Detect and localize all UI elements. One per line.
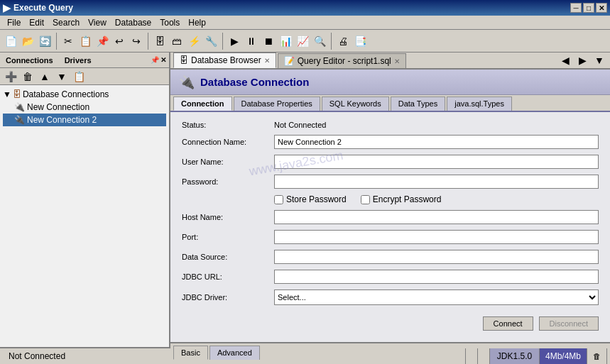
password-input[interactable]: [274, 175, 599, 189]
sep2: [148, 33, 148, 50]
tb-new[interactable]: 📄: [3, 33, 18, 49]
close-panel-button[interactable]: ✕: [160, 56, 166, 64]
db-header-icon: 🔌: [179, 75, 195, 90]
sub-tab-sql-keywords[interactable]: SQL Keywords: [322, 96, 389, 111]
tb-paste[interactable]: 📌: [94, 33, 110, 49]
title-bar: ▶ Execute Query ─ □ ✕: [0, 0, 610, 16]
sub-tab-data-types[interactable]: Data Types: [391, 96, 445, 111]
jdbc-driver-select[interactable]: Select...: [274, 289, 599, 305]
status-jdk: JDK1.5.0: [490, 348, 540, 364]
connections-tree: ▼ 🗄 Database Connections 🔌 New Connectio…: [0, 85, 169, 347]
sub-tab-java-types[interactable]: java.sql.Types: [447, 96, 512, 111]
panel-copy-btn[interactable]: 📋: [71, 69, 87, 84]
right-panel: 🗄 Database Browser ✕ 📝 Query Editor - sc…: [170, 53, 610, 347]
close-button[interactable]: ✕: [596, 3, 607, 13]
tb-q4[interactable]: 📊: [278, 33, 293, 49]
port-label: Port:: [182, 233, 274, 241]
drivers-tab[interactable]: Drivers: [62, 55, 94, 66]
menu-database[interactable]: Database: [111, 16, 156, 29]
panel-del-btn[interactable]: 🗑: [20, 69, 36, 84]
status-trash[interactable]: 🗑: [587, 348, 607, 364]
host-input[interactable]: [274, 210, 599, 224]
tb-db1[interactable]: 🗄: [152, 33, 168, 49]
minimize-button[interactable]: ─: [570, 3, 582, 13]
menu-edit[interactable]: Edit: [25, 16, 48, 29]
status-empty-2: [478, 348, 490, 364]
sub-tab-db-props[interactable]: Database Properties: [234, 96, 320, 111]
tb-undo[interactable]: ↩: [111, 33, 127, 49]
sep1: [56, 33, 57, 50]
port-input[interactable]: [274, 230, 599, 244]
expand-icon: ▼: [3, 89, 11, 99]
query-editor-icon: 📝: [284, 56, 295, 66]
menu-bar: File Edit Search View Database Tools Hel…: [0, 16, 610, 30]
tb-q2[interactable]: ⏸: [244, 33, 259, 49]
query-editor-close[interactable]: ✕: [394, 57, 400, 65]
host-row: Host Name:: [182, 210, 599, 224]
tb-redo[interactable]: ↪: [129, 33, 144, 49]
tb-p1[interactable]: 🖨: [335, 33, 351, 49]
disconnect-button[interactable]: Disconnect: [539, 316, 599, 331]
store-password-label: Store Password: [274, 194, 347, 204]
tab-nav-right[interactable]: ▶: [574, 53, 590, 68]
sep3: [222, 33, 223, 50]
menu-file[interactable]: File: [3, 16, 25, 29]
store-password-checkbox[interactable]: [274, 195, 283, 204]
user-name-input[interactable]: [274, 155, 599, 169]
tb-q6[interactable]: 🔍: [312, 33, 327, 49]
panel-toolbar: ➕ 🗑 ▲ ▼ 📋: [0, 68, 169, 85]
tb-refresh[interactable]: 🔄: [37, 33, 53, 49]
status-row: Status: Not Connected: [182, 121, 599, 129]
tb-q5[interactable]: 📈: [295, 33, 310, 49]
menu-view[interactable]: View: [84, 16, 111, 29]
tab-db-browser[interactable]: 🗄 Database Browser ✕: [173, 53, 276, 68]
encrypt-password-label: Encrypt Password: [361, 194, 442, 204]
status-connected: Not Connected: [3, 348, 466, 364]
user-name-label: User Name:: [182, 158, 274, 166]
tb-db3[interactable]: ⚡: [186, 33, 202, 49]
main-area: Connections Drivers 📌 ✕ ➕ 🗑 ▲ ▼ 📋 ▼ 🗄 Da…: [0, 53, 610, 347]
tab-nav-menu[interactable]: ▼: [592, 53, 607, 68]
tb-q3[interactable]: ⏹: [261, 33, 276, 49]
conn-name-input[interactable]: [274, 135, 599, 149]
conn-name-label: Connection Name:: [182, 138, 274, 146]
tb-db2[interactable]: 🗃: [169, 33, 185, 49]
jdbc-url-row: JDBC URL:: [182, 270, 599, 284]
tab-query-editor[interactable]: 📝 Query Editor - script1.sql ✕: [278, 53, 406, 68]
panel-down-btn[interactable]: ▼: [54, 69, 70, 84]
menu-help[interactable]: Help: [184, 16, 210, 29]
tb-p2[interactable]: 📑: [352, 33, 368, 49]
datasource-row: Data Source:: [182, 250, 599, 264]
window-controls: ─ □ ✕: [570, 3, 607, 13]
tree-item-1[interactable]: 🔌 New Connection: [3, 101, 166, 114]
sub-tab-connection[interactable]: Connection: [173, 96, 232, 111]
connections-tab[interactable]: Connections: [3, 55, 56, 66]
host-label: Host Name:: [182, 213, 274, 221]
connection-icon-1: 🔌: [14, 102, 25, 112]
jdbc-url-input[interactable]: [274, 270, 599, 284]
menu-search[interactable]: Search: [48, 16, 84, 29]
connect-button[interactable]: Connect: [483, 316, 533, 331]
tb-q1[interactable]: ▶: [227, 33, 242, 49]
tree-root-label: Database Connections: [23, 89, 109, 99]
panel-up-btn[interactable]: ▲: [37, 69, 53, 84]
encrypt-password-checkbox[interactable]: [361, 195, 370, 204]
tb-cut[interactable]: ✂: [60, 33, 76, 49]
datasource-input[interactable]: [274, 250, 599, 264]
tree-root: ▼ 🗄 Database Connections: [3, 88, 166, 101]
password-row: Password:: [182, 175, 599, 189]
tb-db4[interactable]: 🔧: [203, 33, 219, 49]
tb-copy[interactable]: 📋: [77, 33, 93, 49]
panel-add-btn[interactable]: ➕: [3, 69, 18, 84]
tree-item-2[interactable]: 🔌 New Connection 2: [3, 114, 166, 126]
menu-tools[interactable]: Tools: [156, 16, 184, 29]
jdbc-url-label: JDBC URL:: [182, 272, 274, 281]
tab-nav-left[interactable]: ◀: [557, 53, 573, 68]
jdk-text: JDK1.5.0: [497, 351, 532, 361]
db-browser-close[interactable]: ✕: [264, 57, 270, 65]
pin-button[interactable]: 📌: [151, 56, 159, 64]
title-text: Execute Query: [13, 3, 73, 13]
maximize-button[interactable]: □: [583, 3, 594, 13]
status-label: Status:: [182, 121, 274, 129]
tb-open[interactable]: 📂: [20, 33, 36, 49]
